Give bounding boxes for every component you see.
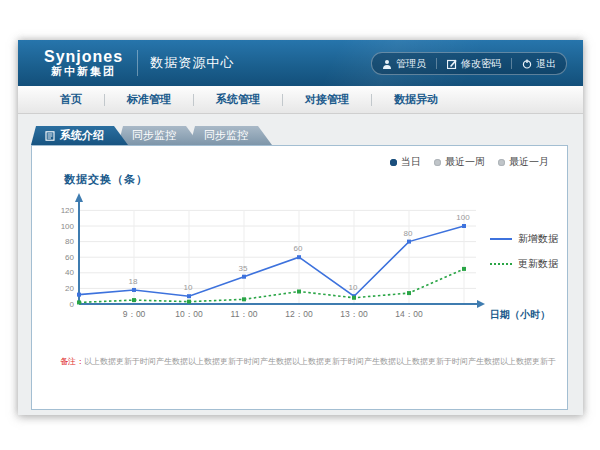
svg-text:11：00: 11：00 xyxy=(231,309,258,319)
brand-logo-text: Synjones xyxy=(44,49,123,66)
user-menu-button[interactable]: 管理员 xyxy=(372,57,436,71)
power-icon xyxy=(522,59,532,69)
app-title: 数据资源中心 xyxy=(150,54,234,72)
svg-text:100: 100 xyxy=(61,222,75,231)
svg-text:60: 60 xyxy=(65,253,74,262)
legend-label: 更新数据 xyxy=(518,257,558,271)
header-divider xyxy=(137,50,138,76)
svg-text:100: 100 xyxy=(456,213,470,222)
logout-label: 退出 xyxy=(536,57,556,71)
radio-dot xyxy=(390,159,397,166)
form-icon xyxy=(45,131,55,141)
line-chart: 0204060801001209：0010：0011：0012：0013：001… xyxy=(44,186,556,344)
nav-item-home[interactable]: 首页 xyxy=(38,92,104,107)
radio-label: 最近一周 xyxy=(445,155,485,169)
chart-legend: 新增数据 更新数据 xyxy=(490,232,558,271)
y-axis-title: 数据交换（条） xyxy=(64,172,148,187)
legend-label: 新增数据 xyxy=(518,232,558,246)
svg-text:14：00: 14：00 xyxy=(395,309,423,319)
svg-text:10：00: 10：00 xyxy=(175,309,203,319)
nav-item-data-change[interactable]: 数据异动 xyxy=(372,92,460,107)
svg-text:80: 80 xyxy=(404,229,413,238)
tab-system-intro[interactable]: 系统介绍 xyxy=(31,126,128,145)
svg-text:10: 10 xyxy=(184,283,193,292)
tab-sync-monitor-2[interactable]: 同步监控 xyxy=(190,126,272,145)
nav-item-standard-mgmt[interactable]: 标准管理 xyxy=(105,92,193,107)
radio-label: 最近一月 xyxy=(509,155,549,169)
footnote-text: 以上数据更新于时间产生数据以上数据更新于时间产生数据以上数据更新于时间产生数据以… xyxy=(84,357,556,366)
svg-text:40: 40 xyxy=(65,268,74,277)
line-chart-svg: 0204060801001209：0010：0011：0012：0013：001… xyxy=(44,186,556,344)
svg-text:日期（小时）: 日期（小时） xyxy=(490,309,550,320)
svg-text:80: 80 xyxy=(65,237,74,246)
user-toolbar: 管理员 修改密码 退出 xyxy=(371,52,567,75)
time-range-filter: 当日 最近一周 最近一月 xyxy=(390,155,549,169)
user-icon xyxy=(382,59,392,69)
svg-text:13：00: 13：00 xyxy=(340,309,368,319)
svg-text:0: 0 xyxy=(70,300,75,309)
legend-swatch-solid xyxy=(490,238,512,240)
legend-item-new-data: 新增数据 xyxy=(490,232,558,246)
svg-text:9：00: 9：00 xyxy=(123,309,146,319)
change-password-label: 修改密码 xyxy=(461,57,501,71)
brand-logo: Synjones 新中新集团 xyxy=(44,49,123,77)
svg-text:12：00: 12：00 xyxy=(285,309,313,319)
svg-text:18: 18 xyxy=(129,277,138,286)
radio-last-month[interactable]: 最近一月 xyxy=(498,155,549,169)
legend-item-updated-data: 更新数据 xyxy=(490,257,558,271)
brand-logo-subtext: 新中新集团 xyxy=(44,66,123,78)
edit-icon xyxy=(447,59,457,69)
svg-text:35: 35 xyxy=(239,264,248,273)
user-name-label: 管理员 xyxy=(396,57,426,71)
app-header: Synjones 新中新集团 数据资源中心 管理员 修改密码 xyxy=(18,40,583,86)
footnote-prefix: 备注： xyxy=(60,357,84,366)
site-container: Synjones 新中新集团 数据资源中心 管理员 修改密码 xyxy=(18,40,583,415)
logout-button[interactable]: 退出 xyxy=(512,57,566,71)
svg-text:120: 120 xyxy=(61,206,75,215)
nav-item-interface-mgmt[interactable]: 对接管理 xyxy=(283,92,371,107)
radio-label: 当日 xyxy=(401,155,421,169)
radio-today[interactable]: 当日 xyxy=(390,155,421,169)
radio-last-week[interactable]: 最近一周 xyxy=(434,155,485,169)
radio-dot xyxy=(434,159,441,166)
footnote: 备注：以上数据更新于时间产生数据以上数据更新于时间产生数据以上数据更新于时间产生… xyxy=(60,356,550,367)
tab-label: 系统介绍 xyxy=(60,126,104,145)
nav-item-system-mgmt[interactable]: 系统管理 xyxy=(194,92,282,107)
legend-swatch-dotted xyxy=(490,263,512,265)
main-nav: 首页 标准管理 系统管理 对接管理 数据异动 xyxy=(18,86,583,114)
content-panel: 当日 最近一周 最近一月 数据交换（条） 0204060801001209：00… xyxy=(31,145,568,410)
svg-text:10: 10 xyxy=(349,283,358,292)
change-password-button[interactable]: 修改密码 xyxy=(437,57,511,71)
svg-text:20: 20 xyxy=(65,284,74,293)
tab-bar: 系统介绍 同步监控 同步监控 xyxy=(31,126,272,145)
radio-dot xyxy=(498,159,505,166)
tab-sync-monitor-1[interactable]: 同步监控 xyxy=(118,126,200,145)
svg-text:60: 60 xyxy=(294,244,303,253)
tab-label: 同步监控 xyxy=(204,126,248,145)
tab-label: 同步监控 xyxy=(132,126,176,145)
